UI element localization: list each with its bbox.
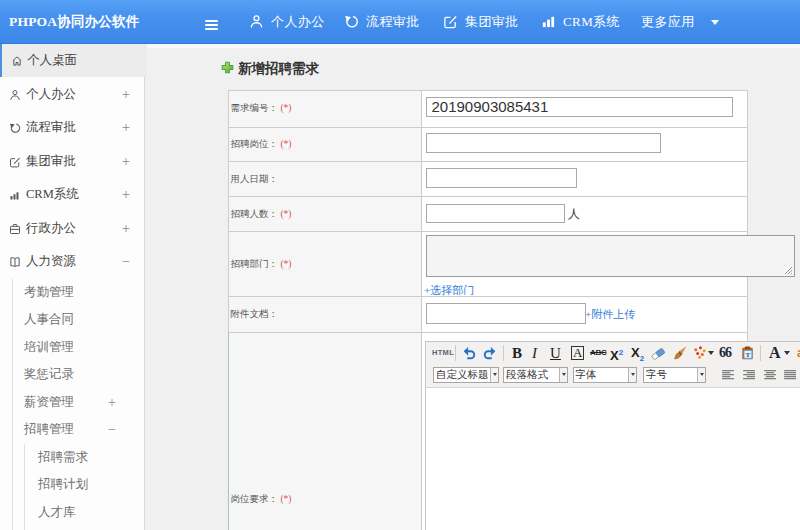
svg-text:T: T [746,351,751,359]
